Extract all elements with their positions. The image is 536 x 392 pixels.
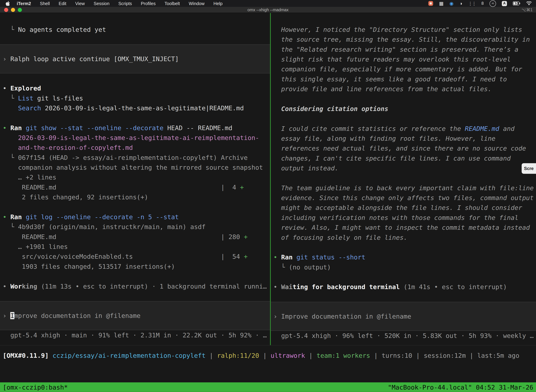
terminal-line: › Ralph loop active continue [OMX_TMUX_I… (0, 54, 270, 64)
ralph-loop-banner-lines: › Ralph loop active continue [OMX_TMUX_I… (0, 54, 270, 64)
terminal-line: changes, I can't cite specific file line… (271, 153, 536, 163)
terminal-line: might be acceptable alongside the file l… (271, 203, 536, 213)
terminal-line: The team guideline is to back every impo… (271, 183, 536, 193)
terminal-line: gpt-5.4 xhigh · main · 91% left · 2.31M … (0, 330, 270, 340)
window-title: omx --xhigh --madmax (0, 7, 536, 12)
terminal-line: gpt-5.4 xhigh · 96% left · 520K in · 5.8… (271, 331, 536, 341)
left-transcript: • Explored └ List git ls-files Search 20… (0, 83, 270, 291)
battery-gauge-icon[interactable]: .61 (490, 0, 496, 7)
screenshot-popup[interactable]: Scre (522, 163, 536, 174)
terminal-line: However, I noticed the "Directory Struct… (271, 25, 536, 34)
terminal-line: the source tree, missing the essay. Stil… (271, 34, 536, 44)
terminal-line: └ (no output) (271, 262, 536, 272)
terminal-line: └ 067f154 (HEAD -> essay/ai-reimplementa… (0, 153, 270, 163)
terminal-line: the "Related research writing" section i… (271, 44, 536, 54)
left-intro-lines: └ No agents completed yet (0, 25, 270, 34)
screen-recording-indicator-icon[interactable] (428, 1, 433, 6)
terminal-line: └ 4b9d30f (origin/main, instructkr/main,… (0, 222, 270, 232)
terminal-line: • Working (11m 13s • esc to interrupt) ·… (0, 281, 270, 291)
terminal-line: slight risk that future readers may over… (271, 54, 536, 64)
terminal-line: review. Also, I might want to inspect th… (271, 223, 536, 232)
terminal-line: 2026-03-09-is-legal-the-same-as-legitima… (0, 133, 270, 143)
terminal-line: README.md | 4 + (0, 182, 270, 192)
menu-bar: iTerm2 Shell Edit View Session Scripts P… (0, 0, 536, 7)
window-shortcut: ⌥⌘1 (522, 7, 532, 12)
terminal-line: └ No agents completed yet (0, 25, 270, 34)
terminal-line (0, 271, 270, 281)
menu-item-help[interactable]: Help (214, 1, 223, 6)
terminal-line: I could cite commit statistics or refere… (271, 124, 536, 134)
menu-item-profiles[interactable]: Profiles (141, 1, 156, 6)
terminal-line (271, 242, 536, 252)
terminal-line: └ List git ls-files (0, 93, 270, 103)
prompt-input-right-lines: › Improve documentation in @filename (271, 311, 536, 321)
window-title-bar: omx --xhigh --madmax ⌥⌘1 (0, 7, 536, 13)
terminal-line: Considering citation options (271, 104, 536, 114)
terminal-line: provide file and line references from th… (271, 84, 536, 94)
dots-grid-icon[interactable]: ⋮⋮ (468, 1, 476, 6)
terminal-line: 2 files changed, 92 insertions(+) (0, 192, 270, 202)
terminal-line: references need actual files, and since … (271, 143, 536, 153)
menu-item-edit[interactable]: Edit (59, 1, 67, 6)
left-status-line: gpt-5.4 xhigh · main · 91% left · 2.31M … (0, 330, 270, 340)
prompt-input-right[interactable]: › Improve documentation in @filename (271, 302, 536, 331)
tmux-session-label: [omx-cczip0:bash* (3, 383, 68, 391)
apple-menu-icon[interactable] (5, 1, 10, 6)
terminal-line (271, 94, 536, 104)
prompt-input-left-lines: › Improve documentation in @filename (0, 311, 270, 321)
tmux-host-clock: "MacBook-Pro-44.local" 04:52 31-Mar-26 (388, 383, 533, 391)
terminal-line: Search 2026-03-09-is-legal-the-same-as-l… (0, 103, 270, 113)
terminal-line (0, 113, 270, 123)
terminal-line: • Explored (0, 83, 270, 93)
terminal-line: • Ran git log --oneline --decorate -n 5 … (0, 212, 270, 222)
battery-icon[interactable] (513, 1, 520, 5)
terminal-line: essay file, along with finding root file… (271, 134, 536, 143)
blue-app-icon[interactable]: ◉ (449, 1, 454, 6)
terminal-line: evidence. Since this change only affects… (271, 193, 536, 203)
terminal-line: … +2 lines (0, 173, 270, 182)
ralph-loop-banner: › Ralph loop active continue [OMX_TMUX_I… (0, 44, 270, 73)
terminal-line: • Waiting for background terminal (1m 41… (271, 282, 536, 292)
right-status-line: gpt-5.4 xhigh · 96% left · 520K in · 5.8… (271, 331, 536, 341)
terminal-line: [OMX#0.11.9] cczip/essay/ai-reimplementa… (0, 350, 536, 360)
terminal-line: › Improve documentation in @filename (0, 311, 270, 321)
menu-item-session[interactable]: Session (94, 1, 110, 6)
prompt-input-left[interactable]: › Improve documentation in @filename (0, 301, 270, 330)
terminal-line (271, 114, 536, 123)
menu-item-shell[interactable]: Shell (40, 1, 50, 6)
terminal-line: output instead. (271, 163, 536, 173)
terminal-line: • Ran git status --short (271, 252, 536, 262)
menu-item-toolbelt[interactable]: Toolbelt (165, 1, 180, 6)
menu-item-window[interactable]: Window (189, 1, 205, 6)
terminal-line: › Improve documentation in @filename (271, 311, 536, 321)
menu-item-iterm2[interactable]: iTerm2 (17, 1, 31, 6)
left-terminal-pane[interactable]: └ No agents completed yet › Ralph loop a… (0, 13, 270, 345)
menu-item-view[interactable]: View (75, 1, 85, 6)
battery-gauge-value: .61 (491, 2, 494, 5)
screen: iTerm2 Shell Edit View Session Scripts P… (0, 0, 536, 392)
terminal-line: src/voice/voiceModeEnabled.ts | 54 + (0, 252, 270, 261)
grid-app-icon[interactable]: ▦ (439, 1, 444, 6)
terminal-line: this single essay, it seems like a good … (271, 74, 536, 84)
right-transcript: However, I noticed the "Directory Struct… (271, 25, 536, 292)
domino-icon[interactable]: 8 (482, 1, 484, 5)
tmux-status-bar: [omx-cczip0:bash* "MacBook-Pro-44.local"… (0, 382, 536, 392)
terminal-line: 1903 files changed, 513517 insertions(+) (0, 261, 270, 271)
menu-item-scripts[interactable]: Scripts (118, 1, 132, 6)
terminal-line (271, 272, 536, 282)
terminal-line: … +1901 lines (0, 242, 270, 252)
wifi-icon[interactable] (526, 1, 532, 6)
terminal-line: companion file, especially if more comme… (271, 64, 536, 74)
terminal-line (0, 202, 270, 212)
keyboard-layout-icon[interactable]: A (502, 1, 507, 6)
terminal-line: including verification notes with those … (271, 213, 536, 223)
desktop: iTerm2 Shell Edit View Session Scripts P… (0, 0, 536, 392)
terminal-line: • Ran git show --stat --oneline --decora… (0, 123, 270, 133)
terminal-line: and-the-erosion-of-copyleft.md (0, 143, 270, 153)
terminal-line (271, 173, 536, 183)
terminal-line: of focusing solely on file lines. (271, 233, 536, 242)
terminal-line: companion analysis without altering the … (0, 163, 270, 172)
shield-app-icon[interactable]: ◑ (459, 1, 462, 6)
terminal-line: README.md | 280 + (0, 232, 270, 242)
right-terminal-pane[interactable]: However, I noticed the "Directory Struct… (271, 13, 536, 345)
